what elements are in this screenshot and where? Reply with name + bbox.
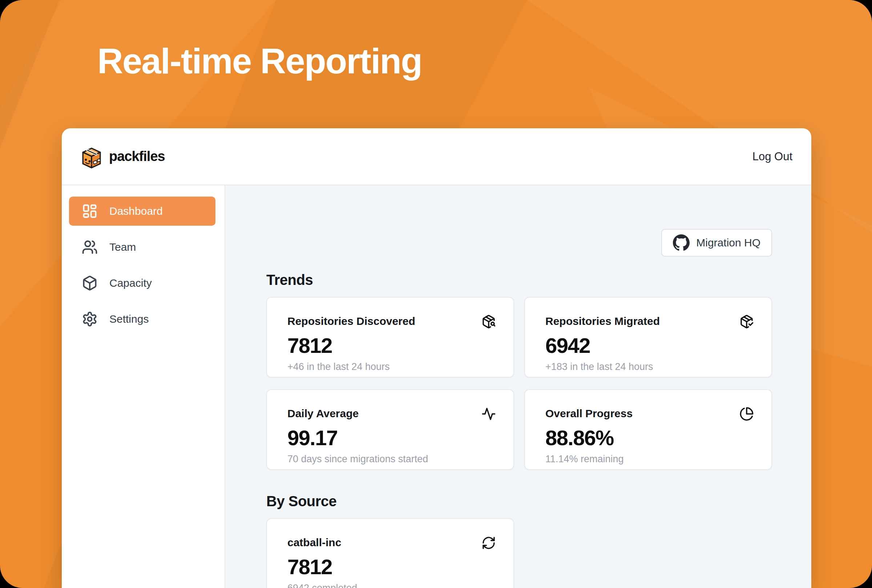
sidebar-item-label: Settings <box>109 313 148 325</box>
migration-hq-button[interactable]: Migration HQ <box>661 229 772 256</box>
package-search-icon <box>481 314 496 329</box>
toolbar: Migration HQ <box>266 229 772 256</box>
screenshot-stage: Real-time Reporting <box>0 0 872 588</box>
stat-card-overall-progress: Overall Progress 88.86% 11.14% remaining <box>524 389 772 470</box>
stat-title: Repositories Discovered <box>288 315 415 327</box>
stat-card-repositories-discovered: Repositories Discovered 7812 <box>266 297 514 378</box>
stat-value: 7812 <box>288 555 496 579</box>
orange-background: Real-time Reporting <box>0 0 872 588</box>
sync-icon <box>481 536 496 550</box>
stat-value: 6942 <box>545 333 754 358</box>
stat-title: Daily Average <box>288 407 359 420</box>
stat-card-repositories-migrated: Repositories Migrated 6942 <box>524 297 772 378</box>
stat-card-catball-inc: catball-inc 781 <box>266 518 514 588</box>
by-source-heading: By Source <box>266 493 772 510</box>
trends-card-grid: Repositories Discovered 7812 <box>266 297 772 470</box>
sidebar-item-team[interactable]: Team <box>69 232 216 262</box>
stat-subtext: 70 days since migrations started <box>288 453 496 465</box>
sidebar-item-label: Capacity <box>109 277 152 289</box>
stat-subtext: +46 in the last 24 hours <box>288 361 496 372</box>
trends-heading: Trends <box>266 272 772 288</box>
sidebar: Dashboard Team <box>62 185 225 588</box>
pie-chart-icon <box>739 406 754 421</box>
stat-subtext: 11.14% remaining <box>545 453 754 465</box>
layout-dashboard-icon <box>82 203 98 219</box>
page-title: Real-time Reporting <box>97 41 422 82</box>
sidebar-item-dashboard[interactable]: Dashboard <box>69 196 216 226</box>
sidebar-item-label: Team <box>109 241 136 253</box>
migration-hq-label: Migration HQ <box>696 237 760 249</box>
activity-icon <box>481 406 496 421</box>
sidebar-item-label: Dashboard <box>109 205 163 218</box>
package-check-icon <box>739 314 754 329</box>
users-icon <box>82 239 98 255</box>
gear-icon <box>82 311 98 327</box>
stat-value: 7812 <box>288 333 496 358</box>
stat-value: 99.17 <box>288 426 496 450</box>
stat-title: Repositories Migrated <box>545 315 660 327</box>
panel-body: Dashboard Team <box>62 185 811 588</box>
by-source-card-grid: catball-inc 781 <box>266 518 772 588</box>
dashboard-window: packfiles Log Out <box>62 128 811 588</box>
stat-title: catball-inc <box>288 536 341 549</box>
stat-value: 88.86% <box>545 426 754 450</box>
stat-subtext: +183 in the last 24 hours <box>545 361 754 372</box>
stat-subtext: 6942 completed <box>288 582 496 588</box>
packfiles-box-logo-icon <box>79 144 104 170</box>
sidebar-item-capacity[interactable]: Capacity <box>69 268 216 298</box>
app-header: packfiles Log Out <box>62 128 811 185</box>
package-icon <box>82 275 98 291</box>
github-icon <box>673 234 689 251</box>
stat-card-daily-average: Daily Average 99.17 70 days since migrat… <box>266 389 514 470</box>
stat-title: Overall Progress <box>545 407 632 420</box>
main-content: Migration HQ Trends Repositories Discove… <box>225 185 811 588</box>
brand: packfiles <box>79 144 165 170</box>
sidebar-item-settings[interactable]: Settings <box>69 304 216 334</box>
brand-name: packfiles <box>109 148 165 164</box>
log-out-link[interactable]: Log Out <box>752 150 793 163</box>
